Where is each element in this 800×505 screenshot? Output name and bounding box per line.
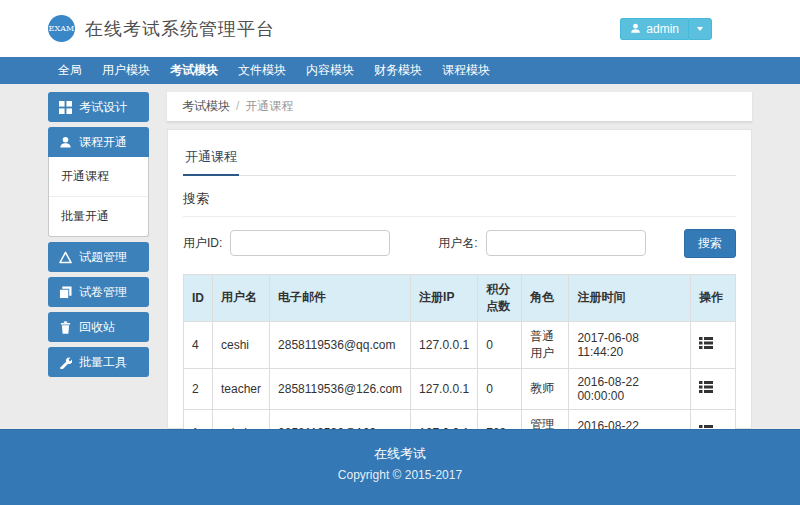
search-section-title: 搜索	[183, 190, 736, 208]
cell-username: teacher	[213, 368, 270, 409]
cell-actions	[691, 368, 736, 409]
nav-item-finance-module[interactable]: 财务模块	[364, 57, 432, 84]
cell-reg-time: 2016-08-22 00:00:00	[569, 368, 691, 409]
copy-icon	[59, 286, 72, 299]
nav-item-course-module[interactable]: 课程模块	[432, 57, 500, 84]
user-dropdown-button[interactable]	[688, 18, 712, 40]
page-body: 考试设计 课程开通 开通课程 批量开通 试题管理 试卷管理	[0, 84, 800, 429]
nav-item-user-module[interactable]: 用户模块	[92, 57, 160, 84]
logo-text: EXAM	[48, 24, 74, 33]
sidebar-item-label: 批量工具	[79, 354, 127, 371]
wrench-icon	[59, 356, 72, 369]
nav-item-content-module[interactable]: 内容模块	[296, 57, 364, 84]
breadcrumb-current-page: 开通课程	[245, 98, 293, 115]
col-header-email: 电子邮件	[270, 274, 411, 321]
col-header-reg-time: 注册时间	[569, 274, 691, 321]
breadcrumb-section[interactable]: 考试模块	[182, 98, 230, 115]
user-name-input[interactable]	[486, 230, 646, 256]
table-row: 2 teacher 2858119536@126.com 127.0.0.1 0…	[184, 368, 736, 409]
search-form: 用户ID: 用户名: 搜索	[183, 229, 736, 258]
page-title: 在线考试系统管理平台	[85, 17, 275, 41]
sidebar-item-paper-management[interactable]: 试卷管理	[48, 277, 149, 307]
search-button[interactable]: 搜索	[684, 229, 736, 258]
course-open-submenu: 开通课程 批量开通	[48, 157, 149, 237]
warning-triangle-icon	[59, 251, 72, 264]
cell-reg-time: 2017-06-08 11:44:20	[569, 321, 691, 368]
user-id-input[interactable]	[230, 230, 390, 256]
col-header-id: ID	[184, 274, 213, 321]
col-header-role: 角色	[522, 274, 569, 321]
breadcrumb: 考试模块 / 开通课程	[167, 92, 752, 122]
exam-logo: EXAM	[48, 15, 75, 42]
sidebar-item-label: 课程开通	[79, 134, 127, 151]
search-divider	[183, 216, 736, 217]
sidebar-item-course-open[interactable]: 课程开通	[48, 127, 149, 157]
cell-id: 2	[184, 368, 213, 409]
cell-reg-ip: 127.0.0.1	[411, 321, 478, 368]
user-name-label: 用户名:	[438, 235, 477, 252]
breadcrumb-separator: /	[236, 99, 239, 113]
user-icon	[630, 23, 641, 34]
table-header-row: ID 用户名 电子邮件 注册IP 积分点数 角色 注册时间 操作	[184, 274, 736, 321]
user-button-label: admin	[646, 22, 679, 36]
nav-item-file-module[interactable]: 文件模块	[228, 57, 296, 84]
col-header-username: 用户名	[213, 274, 270, 321]
col-header-actions: 操作	[691, 274, 736, 321]
nav-item-global[interactable]: 全局	[48, 57, 92, 84]
cell-points: 0	[478, 368, 522, 409]
cell-id: 4	[184, 321, 213, 368]
grid-icon	[59, 101, 72, 114]
top-header: EXAM 在线考试系统管理平台 admin	[0, 0, 800, 57]
col-header-reg-ip: 注册IP	[411, 274, 478, 321]
user-menu: admin	[620, 18, 712, 40]
chevron-down-icon	[697, 27, 703, 31]
tab-bar: 开通课程	[183, 144, 736, 176]
sidebar-item-exam-design[interactable]: 考试设计	[48, 92, 149, 122]
list-icon[interactable]	[699, 381, 713, 393]
submenu-item-batch-open[interactable]: 批量开通	[49, 196, 148, 236]
sidebar-item-label: 试卷管理	[79, 284, 127, 301]
sidebar: 考试设计 课程开通 开通课程 批量开通 试题管理 试卷管理	[48, 92, 149, 429]
user-icon	[59, 136, 72, 149]
footer-copyright: Copyright © 2015-2017	[0, 468, 800, 482]
footer: 在线考试 Copyright © 2015-2017	[0, 429, 800, 505]
cell-role: 普通用户	[522, 321, 569, 368]
sidebar-item-label: 试题管理	[79, 249, 127, 266]
cell-reg-ip: 127.0.0.1	[411, 368, 478, 409]
sidebar-item-label: 回收站	[79, 319, 115, 336]
list-icon[interactable]	[699, 337, 713, 349]
cell-username: ceshi	[213, 321, 270, 368]
sidebar-item-label: 考试设计	[79, 99, 127, 116]
user-id-label: 用户ID:	[183, 235, 222, 252]
trash-icon	[59, 321, 72, 334]
cell-role: 教师	[522, 368, 569, 409]
footer-title: 在线考试	[0, 445, 800, 463]
tab-open-course[interactable]: 开通课程	[183, 144, 239, 176]
submenu-item-open-course[interactable]: 开通课程	[49, 157, 148, 196]
table-row: 4 ceshi 2858119536@qq.com 127.0.0.1 0 普通…	[184, 321, 736, 368]
nav-item-exam-module[interactable]: 考试模块	[160, 57, 228, 84]
sidebar-item-question-management[interactable]: 试题管理	[48, 242, 149, 272]
sidebar-item-batch-tools[interactable]: 批量工具	[48, 347, 149, 377]
sidebar-item-recycle-bin[interactable]: 回收站	[48, 312, 149, 342]
col-header-points: 积分点数	[478, 274, 522, 321]
module-navbar: 全局 用户模块 考试模块 文件模块 内容模块 财务模块 课程模块	[0, 57, 800, 84]
cell-actions	[691, 321, 736, 368]
user-button[interactable]: admin	[620, 18, 688, 40]
cell-email: 2858119536@126.com	[270, 368, 411, 409]
content-panel: 开通课程 搜索 用户ID: 用户名: 搜索 ID 用户名 电子邮件 注册I	[167, 129, 752, 429]
main-column: 考试模块 / 开通课程 开通课程 搜索 用户ID: 用户名: 搜索 I	[167, 92, 752, 429]
cell-email: 2858119536@qq.com	[270, 321, 411, 368]
cell-points: 0	[478, 321, 522, 368]
